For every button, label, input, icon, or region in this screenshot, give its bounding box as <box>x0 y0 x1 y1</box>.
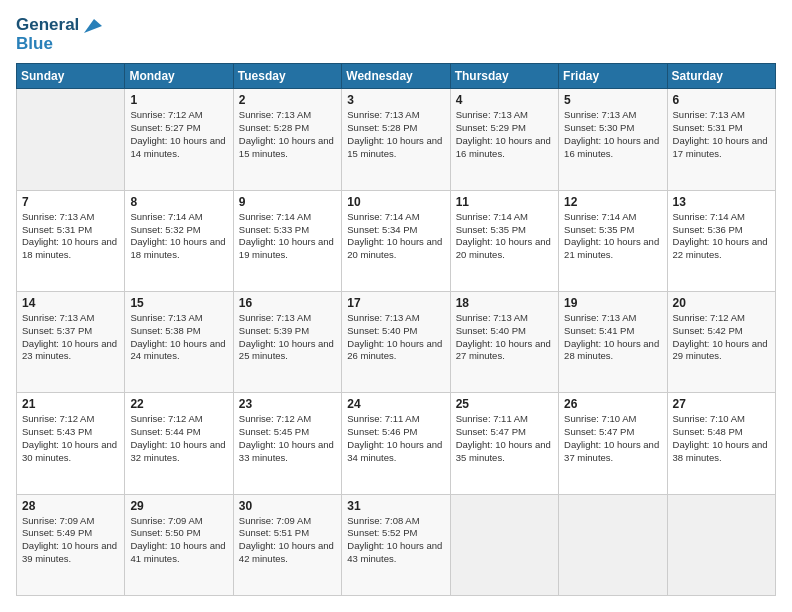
calendar-cell: 2 Sunrise: 7:13 AM Sunset: 5:28 PM Dayli… <box>233 89 341 190</box>
sunrise-text: Sunrise: 7:13 AM <box>456 109 553 122</box>
sunrise-text: Sunrise: 7:12 AM <box>22 413 119 426</box>
day-number: 14 <box>22 296 119 310</box>
sunrise-text: Sunrise: 7:10 AM <box>564 413 661 426</box>
cell-content: Sunrise: 7:11 AM Sunset: 5:46 PM Dayligh… <box>347 413 444 464</box>
cell-content: Sunrise: 7:13 AM Sunset: 5:31 PM Dayligh… <box>673 109 770 160</box>
day-number: 23 <box>239 397 336 411</box>
cell-content: Sunrise: 7:13 AM Sunset: 5:40 PM Dayligh… <box>456 312 553 363</box>
day-number: 15 <box>130 296 227 310</box>
sunrise-text: Sunrise: 7:09 AM <box>130 515 227 528</box>
cell-content: Sunrise: 7:14 AM Sunset: 5:35 PM Dayligh… <box>456 211 553 262</box>
daylight-text: Daylight: 10 hours and 15 minutes. <box>347 135 444 161</box>
weekday-header-row: SundayMondayTuesdayWednesdayThursdayFrid… <box>17 64 776 89</box>
daylight-text: Daylight: 10 hours and 27 minutes. <box>456 338 553 364</box>
sunset-text: Sunset: 5:35 PM <box>456 224 553 237</box>
calendar-cell: 3 Sunrise: 7:13 AM Sunset: 5:28 PM Dayli… <box>342 89 450 190</box>
day-number: 22 <box>130 397 227 411</box>
calendar-cell: 25 Sunrise: 7:11 AM Sunset: 5:47 PM Dayl… <box>450 393 558 494</box>
calendar-cell: 9 Sunrise: 7:14 AM Sunset: 5:33 PM Dayli… <box>233 190 341 291</box>
day-number: 2 <box>239 93 336 107</box>
day-number: 7 <box>22 195 119 209</box>
cell-content: Sunrise: 7:13 AM Sunset: 5:40 PM Dayligh… <box>347 312 444 363</box>
day-number: 5 <box>564 93 661 107</box>
sunrise-text: Sunrise: 7:13 AM <box>239 312 336 325</box>
sunrise-text: Sunrise: 7:13 AM <box>239 109 336 122</box>
sunset-text: Sunset: 5:28 PM <box>239 122 336 135</box>
sunrise-text: Sunrise: 7:14 AM <box>347 211 444 224</box>
daylight-text: Daylight: 10 hours and 33 minutes. <box>239 439 336 465</box>
cell-content: Sunrise: 7:13 AM Sunset: 5:28 PM Dayligh… <box>239 109 336 160</box>
sunset-text: Sunset: 5:42 PM <box>673 325 770 338</box>
sunset-text: Sunset: 5:27 PM <box>130 122 227 135</box>
sunset-text: Sunset: 5:35 PM <box>564 224 661 237</box>
daylight-text: Daylight: 10 hours and 20 minutes. <box>456 236 553 262</box>
cell-content: Sunrise: 7:12 AM Sunset: 5:43 PM Dayligh… <box>22 413 119 464</box>
sunset-text: Sunset: 5:32 PM <box>130 224 227 237</box>
calendar-cell <box>17 89 125 190</box>
cell-content: Sunrise: 7:11 AM Sunset: 5:47 PM Dayligh… <box>456 413 553 464</box>
calendar-cell: 7 Sunrise: 7:13 AM Sunset: 5:31 PM Dayli… <box>17 190 125 291</box>
daylight-text: Daylight: 10 hours and 42 minutes. <box>239 540 336 566</box>
daylight-text: Daylight: 10 hours and 15 minutes. <box>239 135 336 161</box>
day-number: 17 <box>347 296 444 310</box>
day-number: 30 <box>239 499 336 513</box>
day-number: 19 <box>564 296 661 310</box>
sunrise-text: Sunrise: 7:14 AM <box>456 211 553 224</box>
calendar-cell <box>450 494 558 595</box>
daylight-text: Daylight: 10 hours and 25 minutes. <box>239 338 336 364</box>
sunrise-text: Sunrise: 7:13 AM <box>22 312 119 325</box>
day-number: 8 <box>130 195 227 209</box>
calendar-week-row: 21 Sunrise: 7:12 AM Sunset: 5:43 PM Dayl… <box>17 393 776 494</box>
sunset-text: Sunset: 5:41 PM <box>564 325 661 338</box>
sunset-text: Sunset: 5:40 PM <box>347 325 444 338</box>
cell-content: Sunrise: 7:13 AM Sunset: 5:39 PM Dayligh… <box>239 312 336 363</box>
cell-content: Sunrise: 7:12 AM Sunset: 5:45 PM Dayligh… <box>239 413 336 464</box>
sunrise-text: Sunrise: 7:12 AM <box>130 413 227 426</box>
day-number: 16 <box>239 296 336 310</box>
day-number: 21 <box>22 397 119 411</box>
logo: General Blue <box>16 16 102 53</box>
sunrise-text: Sunrise: 7:13 AM <box>456 312 553 325</box>
calendar-cell: 14 Sunrise: 7:13 AM Sunset: 5:37 PM Dayl… <box>17 292 125 393</box>
calendar-cell: 28 Sunrise: 7:09 AM Sunset: 5:49 PM Dayl… <box>17 494 125 595</box>
sunset-text: Sunset: 5:45 PM <box>239 426 336 439</box>
daylight-text: Daylight: 10 hours and 39 minutes. <box>22 540 119 566</box>
day-number: 28 <box>22 499 119 513</box>
cell-content: Sunrise: 7:12 AM Sunset: 5:27 PM Dayligh… <box>130 109 227 160</box>
calendar-cell: 24 Sunrise: 7:11 AM Sunset: 5:46 PM Dayl… <box>342 393 450 494</box>
sunset-text: Sunset: 5:31 PM <box>673 122 770 135</box>
cell-content: Sunrise: 7:09 AM Sunset: 5:50 PM Dayligh… <box>130 515 227 566</box>
day-number: 6 <box>673 93 770 107</box>
daylight-text: Daylight: 10 hours and 29 minutes. <box>673 338 770 364</box>
sunrise-text: Sunrise: 7:13 AM <box>347 109 444 122</box>
sunset-text: Sunset: 5:51 PM <box>239 527 336 540</box>
sunrise-text: Sunrise: 7:14 AM <box>130 211 227 224</box>
weekday-header: Friday <box>559 64 667 89</box>
daylight-text: Daylight: 10 hours and 18 minutes. <box>130 236 227 262</box>
calendar-week-row: 28 Sunrise: 7:09 AM Sunset: 5:49 PM Dayl… <box>17 494 776 595</box>
day-number: 4 <box>456 93 553 107</box>
cell-content: Sunrise: 7:10 AM Sunset: 5:48 PM Dayligh… <box>673 413 770 464</box>
day-number: 3 <box>347 93 444 107</box>
daylight-text: Daylight: 10 hours and 30 minutes. <box>22 439 119 465</box>
daylight-text: Daylight: 10 hours and 19 minutes. <box>239 236 336 262</box>
sunrise-text: Sunrise: 7:14 AM <box>239 211 336 224</box>
page: General Blue SundayMondayTuesdayWednesda… <box>0 0 792 612</box>
sunset-text: Sunset: 5:31 PM <box>22 224 119 237</box>
daylight-text: Daylight: 10 hours and 16 minutes. <box>564 135 661 161</box>
daylight-text: Daylight: 10 hours and 32 minutes. <box>130 439 227 465</box>
daylight-text: Daylight: 10 hours and 28 minutes. <box>564 338 661 364</box>
calendar-cell: 16 Sunrise: 7:13 AM Sunset: 5:39 PM Dayl… <box>233 292 341 393</box>
sunset-text: Sunset: 5:43 PM <box>22 426 119 439</box>
cell-content: Sunrise: 7:13 AM Sunset: 5:37 PM Dayligh… <box>22 312 119 363</box>
cell-content: Sunrise: 7:08 AM Sunset: 5:52 PM Dayligh… <box>347 515 444 566</box>
calendar-cell: 19 Sunrise: 7:13 AM Sunset: 5:41 PM Dayl… <box>559 292 667 393</box>
daylight-text: Daylight: 10 hours and 18 minutes. <box>22 236 119 262</box>
sunrise-text: Sunrise: 7:11 AM <box>456 413 553 426</box>
sunset-text: Sunset: 5:44 PM <box>130 426 227 439</box>
daylight-text: Daylight: 10 hours and 34 minutes. <box>347 439 444 465</box>
sunrise-text: Sunrise: 7:14 AM <box>673 211 770 224</box>
cell-content: Sunrise: 7:13 AM Sunset: 5:38 PM Dayligh… <box>130 312 227 363</box>
calendar-cell: 20 Sunrise: 7:12 AM Sunset: 5:42 PM Dayl… <box>667 292 775 393</box>
day-number: 10 <box>347 195 444 209</box>
